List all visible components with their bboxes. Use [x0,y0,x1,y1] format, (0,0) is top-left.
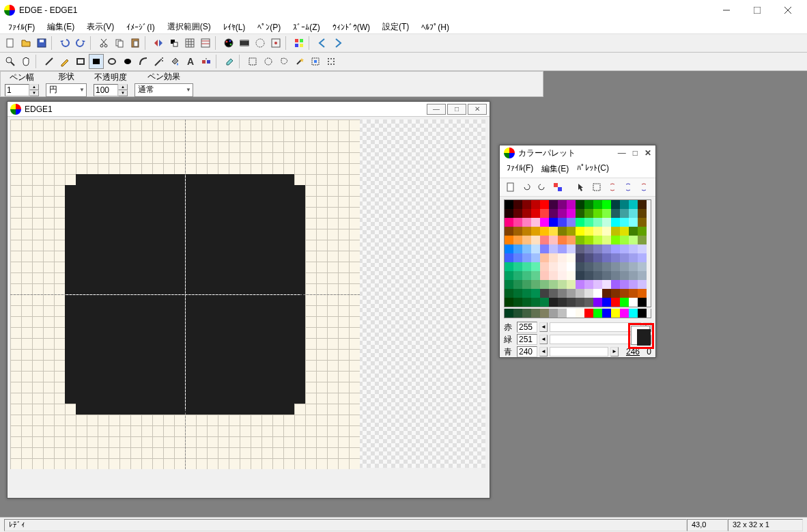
line-tool[interactable] [42,54,57,69]
palette-cell[interactable] [638,271,647,280]
palette-minimize[interactable]: — [618,148,626,158]
palette-cell[interactable] [629,253,638,262]
palette-cell[interactable] [593,309,602,318]
palette-menu-palette[interactable]: ﾊﾟﾚｯﾄ(C) [574,162,612,176]
palette-cell[interactable] [576,200,584,209]
palette-cell[interactable] [611,309,620,318]
palette-cell[interactable] [576,236,584,244]
opacity-input[interactable] [94,84,118,96]
palette-cell[interactable] [558,309,567,318]
palette-cell[interactable] [549,200,558,209]
palette-cell[interactable] [558,253,567,262]
palette-cell[interactable] [584,244,593,253]
palette-cell[interactable] [522,227,531,236]
next-button[interactable] [330,36,345,51]
palette-cell[interactable] [620,200,629,209]
palette-cell[interactable] [593,200,602,209]
palette-cell[interactable] [522,280,531,289]
palette-undo[interactable] [520,180,533,194]
palette-cell[interactable] [540,209,549,218]
menu-pen[interactable]: ﾍﾟﾝ(P) [252,21,286,33]
palette-cell[interactable] [611,271,620,280]
palette-cell[interactable] [620,289,629,298]
palette-cell[interactable] [505,227,513,236]
canvas-body[interactable] [8,117,490,498]
palette-cell[interactable] [629,209,638,218]
pen-width-input[interactable] [5,84,29,96]
palette-cell[interactable] [620,298,629,307]
move-tool[interactable] [324,54,339,69]
menu-view[interactable]: 表示(V) [81,20,119,34]
palette-cell[interactable] [549,253,558,262]
palette-cell[interactable] [513,253,522,262]
rect-fill-tool[interactable] [89,54,104,69]
menu-layer[interactable]: ﾚｲﾔ(L) [218,21,251,33]
palette-cell[interactable] [531,218,540,227]
palette-cell[interactable] [567,298,576,307]
new-file-button[interactable] [3,36,18,51]
palette-cell[interactable] [531,227,540,236]
palette-redo[interactable] [535,180,549,194]
palette-cell[interactable] [611,218,620,227]
palette-cell[interactable] [531,253,540,262]
prev-button[interactable] [315,36,330,51]
position-button[interactable] [268,36,283,51]
palette-cell[interactable] [611,200,620,209]
palette-cell[interactable] [602,236,611,244]
palette-cell[interactable] [567,253,576,262]
palette-pointer[interactable] [574,180,588,194]
close-button[interactable] [772,1,803,20]
palette-cell[interactable] [584,271,593,280]
palette-cell[interactable] [522,271,531,280]
palette-cell[interactable] [611,298,620,307]
palette-cell[interactable] [567,227,576,236]
palette-grid-row2[interactable] [504,309,651,318]
palette-cell[interactable] [638,218,647,227]
pen-width-down[interactable]: ▼ [29,90,39,96]
palette-sync3[interactable] [637,180,651,194]
palette-cell[interactable] [513,244,522,253]
palette-cell[interactable] [540,271,549,280]
palette-cell[interactable] [540,236,549,244]
palette-cell[interactable] [549,309,558,318]
menu-selection[interactable]: 選択範囲(S) [162,20,216,34]
palette-cell[interactable] [513,236,522,244]
palette-cell[interactable] [620,227,629,236]
palette-cell[interactable] [531,309,540,318]
palette-cell[interactable] [567,280,576,289]
palette-cell[interactable] [576,280,584,289]
palette-sync1[interactable] [606,180,619,194]
color-select-tool[interactable] [308,54,323,69]
palette-cell[interactable] [558,298,567,307]
pen-width-up[interactable]: ▲ [29,84,39,90]
palette-cell[interactable] [513,298,522,307]
palette-cell[interactable] [513,227,522,236]
palette-cell[interactable] [602,244,611,253]
palette-cell[interactable] [593,289,602,298]
palette-cell[interactable] [522,289,531,298]
palette-cell[interactable] [584,298,593,307]
palette-cell[interactable] [558,280,567,289]
palette-cell[interactable] [638,298,647,307]
palette-cell[interactable] [522,218,531,227]
palette-cell[interactable] [558,262,567,271]
palette-cell[interactable] [558,200,567,209]
palette-cell[interactable] [540,289,549,298]
palette-cell[interactable] [629,236,638,244]
palette-cell[interactable] [549,244,558,253]
zoom-tool[interactable] [3,54,18,69]
palette-cell[interactable] [638,289,647,298]
palette-cell[interactable] [522,236,531,244]
menu-settings[interactable]: 設定(T) [377,20,414,34]
palette-cell[interactable] [567,236,576,244]
palette-cell[interactable] [505,271,513,280]
text-tool[interactable]: A [183,54,198,69]
palette-cell[interactable] [505,280,513,289]
maximize-button[interactable] [741,1,772,20]
palette-cell[interactable] [611,253,620,262]
palette-cell[interactable] [522,309,531,318]
palette-cell[interactable] [584,200,593,209]
palette-cell[interactable] [567,200,576,209]
palette-cell[interactable] [540,200,549,209]
g-value[interactable]: 251 [517,334,537,345]
